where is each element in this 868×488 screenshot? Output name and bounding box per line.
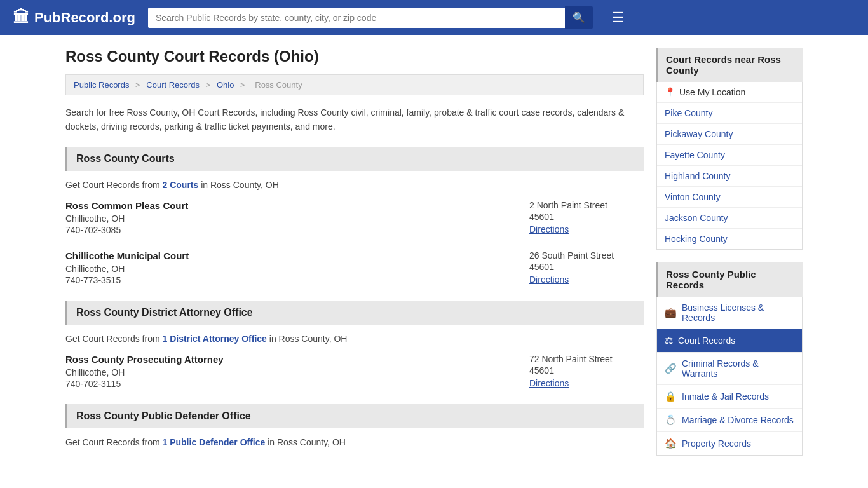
courts-section-description: Get Court Records from 2 Courts in Ross … — [65, 180, 644, 190]
breadcrumb-sep-3: > — [240, 80, 247, 90]
business-icon: 💼 — [665, 307, 677, 318]
pike-county-link[interactable]: Pike County — [665, 108, 712, 118]
public-records-section: Ross County Public Records 💼 Business Li… — [656, 262, 803, 456]
directions-link-2[interactable]: Directions — [529, 274, 569, 285]
court-entry-1: Ross Common Pleas Court Chillicothe, OH … — [65, 200, 644, 235]
sidebar-item-vinton-county[interactable]: Vinton County — [657, 187, 802, 208]
sidebar-item-court-records[interactable]: ⚖ Court Records — [657, 329, 802, 353]
criminal-icon: 🔗 — [665, 363, 677, 374]
courts-section-header: Ross County Courts — [65, 147, 644, 171]
nearby-section: Court Records near Ross County 📍 Use My … — [656, 48, 803, 250]
da-count: 1 District Attorney Office — [163, 334, 267, 344]
page-description: Search for free Ross County, OH Court Re… — [65, 105, 644, 134]
sidebar: Court Records near Ross County 📍 Use My … — [656, 48, 803, 462]
property-records-link[interactable]: Property Records — [682, 438, 751, 449]
nearby-section-header: Court Records near Ross County — [656, 48, 803, 82]
breadcrumb-current: Ross County — [255, 80, 302, 90]
pd-section: Ross County Public Defender Office Get C… — [65, 404, 644, 447]
search-button[interactable]: 🔍 — [565, 6, 593, 29]
sidebar-item-pike-county[interactable]: Pike County — [657, 103, 802, 124]
court-left-da: Ross County Prosecuting Attorney Chillic… — [65, 354, 224, 389]
hocking-county-link[interactable]: Hocking County — [665, 234, 728, 244]
jackson-county-link[interactable]: Jackson County — [665, 213, 728, 223]
property-icon: 🏠 — [665, 438, 677, 449]
court-address-da: 72 North Paint Street — [529, 354, 644, 364]
records-list: 💼 Business Licenses & Records ⚖ Court Re… — [656, 297, 803, 456]
use-location-label: Use My Location — [679, 87, 745, 97]
da-section-header: Ross County District Attorney Office — [65, 301, 644, 325]
main-content: Ross County Court Records (Ohio) Public … — [65, 48, 644, 462]
pd-section-description: Get Court Records from 1 Public Defender… — [65, 437, 644, 447]
logo[interactable]: 🏛 PubRecord.org — [13, 8, 135, 27]
sidebar-item-property-records[interactable]: 🏠 Property Records — [657, 432, 802, 455]
marriage-icon: 💍 — [665, 414, 677, 426]
sidebar-item-pickaway-county[interactable]: Pickaway County — [657, 124, 802, 145]
header: 🏛 PubRecord.org 🔍 ☰ — [0, 0, 868, 35]
court-zip-da: 45601 — [529, 365, 644, 376]
court-entry-2: Chillicothe Municipal Court Chillicothe,… — [65, 250, 644, 285]
breadcrumb-ohio[interactable]: Ohio — [217, 80, 234, 90]
court-name-da: Ross County Prosecuting Attorney — [65, 354, 224, 365]
court-location-da: Chillicothe, OH — [65, 367, 224, 377]
menu-button[interactable]: ☰ — [612, 11, 625, 25]
search-icon: 🔍 — [573, 12, 585, 23]
court-zip-2: 45601 — [529, 262, 644, 272]
fayette-county-link[interactable]: Fayette County — [665, 150, 725, 160]
sidebar-item-highland-county[interactable]: Highland County — [657, 166, 802, 187]
page-title: Ross County Court Records (Ohio) — [65, 48, 644, 65]
court-phone-1: 740-702-3085 — [65, 225, 188, 235]
court-records-label: Court Records — [678, 336, 735, 346]
logo-icon: 🏛 — [13, 8, 29, 27]
breadcrumb-sep-2: > — [206, 80, 213, 90]
breadcrumb-court-records[interactable]: Court Records — [146, 80, 200, 90]
highland-county-link[interactable]: Highland County — [665, 171, 731, 181]
business-licenses-link[interactable]: Business Licenses & Records — [682, 302, 794, 323]
sidebar-item-inmate-records[interactable]: 🔒 Inmate & Jail Records — [657, 385, 802, 409]
court-phone-2: 740-773-3515 — [65, 275, 189, 285]
directions-link-1[interactable]: Directions — [529, 224, 569, 234]
sidebar-item-criminal-records[interactable]: 🔗 Criminal Records & Warrants — [657, 353, 802, 385]
court-name-2: Chillicothe Municipal Court — [65, 250, 189, 261]
criminal-records-link[interactable]: Criminal Records & Warrants — [682, 358, 794, 379]
pin-icon: 📍 — [665, 87, 675, 97]
court-location-1: Chillicothe, OH — [65, 214, 188, 224]
sidebar-item-fayette-county[interactable]: Fayette County — [657, 145, 802, 166]
court-right-1: 2 North Paint Street 45601 Directions — [529, 200, 644, 234]
breadcrumb-public-records[interactable]: Public Records — [74, 80, 129, 90]
da-section-description: Get Court Records from 1 District Attorn… — [65, 334, 644, 344]
logo-text: PubRecord.org — [34, 10, 135, 26]
court-zip-1: 45601 — [529, 212, 644, 222]
court-left-2: Chillicothe Municipal Court Chillicothe,… — [65, 250, 189, 285]
vinton-county-link[interactable]: Vinton County — [665, 192, 721, 202]
sidebar-item-hocking-county[interactable]: Hocking County — [657, 229, 802, 249]
search-area: 🔍 — [148, 6, 593, 29]
public-records-section-header: Ross County Public Records — [656, 262, 803, 297]
court-address-2: 26 South Paint Street — [529, 250, 644, 261]
court-address-1: 2 North Paint Street — [529, 200, 644, 210]
sidebar-item-business-licenses[interactable]: 💼 Business Licenses & Records — [657, 297, 802, 329]
court-left-1: Ross Common Pleas Court Chillicothe, OH … — [65, 200, 188, 235]
pd-count: 1 Public Defender Office — [163, 437, 266, 447]
sidebar-item-jackson-county[interactable]: Jackson County — [657, 208, 802, 229]
nearby-counties-list: 📍 Use My Location Pike County Pickaway C… — [656, 82, 803, 250]
menu-icon: ☰ — [612, 10, 625, 25]
da-section: Ross County District Attorney Office Get… — [65, 301, 644, 389]
breadcrumb: Public Records > Court Records > Ohio > … — [65, 74, 644, 95]
inmate-records-link[interactable]: Inmate & Jail Records — [682, 391, 769, 402]
page-container: Ross County Court Records (Ohio) Public … — [53, 35, 815, 475]
marriage-records-link[interactable]: Marriage & Divorce Records — [682, 415, 794, 425]
court-right-2: 26 South Paint Street 45601 Directions — [529, 250, 644, 285]
court-name-1: Ross Common Pleas Court — [65, 200, 188, 211]
courts-section: Ross County Courts Get Court Records fro… — [65, 147, 644, 285]
use-my-location[interactable]: 📍 Use My Location — [657, 82, 802, 103]
directions-link-da[interactable]: Directions — [529, 378, 569, 388]
court-icon: ⚖ — [665, 335, 673, 346]
search-input[interactable] — [148, 8, 565, 28]
breadcrumb-sep-1: > — [135, 80, 142, 90]
sidebar-item-marriage-records[interactable]: 💍 Marriage & Divorce Records — [657, 409, 802, 432]
court-right-da: 72 North Paint Street 45601 Directions — [529, 354, 644, 388]
pickaway-county-link[interactable]: Pickaway County — [665, 129, 733, 139]
court-entry-da: Ross County Prosecuting Attorney Chillic… — [65, 354, 644, 389]
court-location-2: Chillicothe, OH — [65, 264, 189, 274]
courts-count: 2 Courts — [163, 180, 199, 190]
